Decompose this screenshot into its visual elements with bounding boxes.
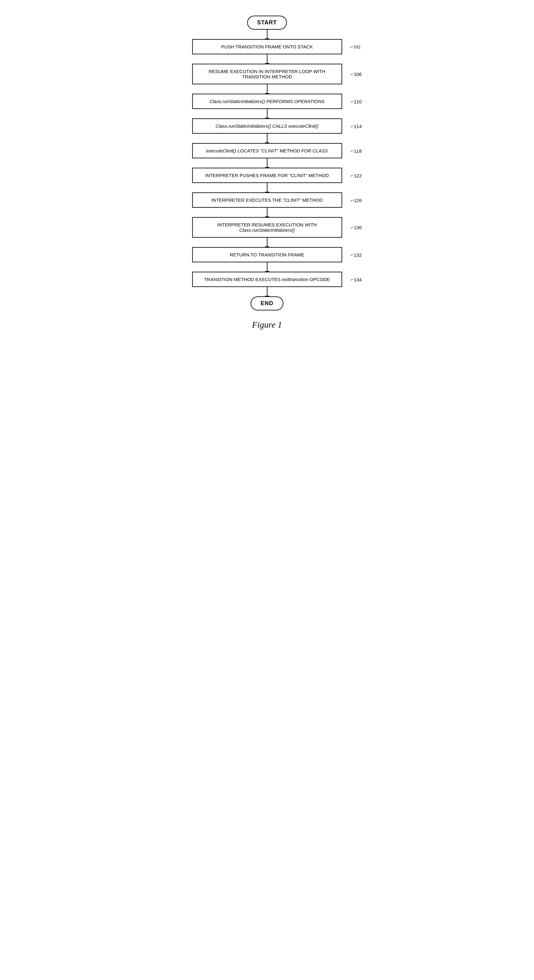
- flowchart-diagram: START PUSH TRANSITION FRAME ONTO STACK ⌐…: [158, 6, 376, 342]
- node-126-curve: ⌐: [351, 197, 354, 203]
- node-118-box: executeClinit() LOCATES "CLINIT" METHOD …: [192, 143, 342, 158]
- node-106-num: 106: [354, 72, 362, 77]
- arrow-9: [267, 238, 268, 247]
- node-122-curve: ⌐: [351, 172, 354, 179]
- arrow-10: [267, 262, 268, 272]
- arrow-1: [267, 30, 268, 39]
- node-126-row: INTERPRETER EXECUTES THE "CLINIT" METHOD…: [164, 192, 370, 208]
- arrow-4: [267, 109, 268, 118]
- start-row: START: [164, 16, 370, 30]
- node-134-text-italic: exittransition: [282, 277, 308, 282]
- node-102-num: 102: [353, 44, 360, 49]
- figure-caption: Figure 1: [252, 320, 282, 330]
- node-102-text: PUSH TRANSITION FRAME ONTO STACK: [221, 44, 313, 49]
- node-134-num: 134: [354, 277, 362, 282]
- node-102-curve: ⌐: [350, 43, 353, 50]
- node-106-curve: ⌐: [351, 71, 354, 78]
- node-110-curve: ⌐: [351, 98, 354, 105]
- node-118-num: 118: [354, 148, 362, 153]
- node-122-box: INTERPRETER PUSHES FRAME FOR "CLINIT" ME…: [192, 168, 342, 183]
- node-134-curve: ⌐: [351, 276, 354, 283]
- node-130-row: INTERPRETER RESUMES EXECUTION WITH Class…: [164, 217, 370, 238]
- node-114-curve: ⌐: [351, 123, 354, 129]
- node-132-curve: ⌐: [351, 251, 354, 258]
- node-106-box: RESUME EXECUTION IN INTERPRETER LOOP WIT…: [192, 64, 342, 84]
- arrow-2: [267, 54, 268, 64]
- node-110-box: Class.runStaticInitializers() PERFORMS O…: [192, 94, 342, 109]
- node-102-row: PUSH TRANSITION FRAME ONTO STACK ⌐ 102: [164, 39, 370, 54]
- node-106-row: RESUME EXECUTION IN INTERPRETER LOOP WIT…: [164, 64, 370, 84]
- arrow-11: [267, 287, 268, 296]
- node-134-box: TRANSITION METHOD EXECUTES exittransitio…: [192, 272, 342, 287]
- node-132-box: RETURN TO TRANSITION FRAME ⌐ 132: [192, 247, 342, 262]
- node-126-num: 126: [354, 197, 362, 203]
- node-110-text: Class.runStaticInitializers() PERFORMS O…: [209, 99, 324, 104]
- arrow-3: [267, 84, 268, 94]
- arrow-6: [267, 158, 268, 168]
- node-134-text-opcode: OPCODE: [308, 277, 330, 282]
- node-134-row: TRANSITION METHOD EXECUTES exittransitio…: [164, 272, 370, 287]
- node-130-num: 130: [354, 225, 362, 230]
- node-114-box: Class.runStaticInitializers() CALLS exec…: [192, 118, 342, 134]
- node-130-curve: ⌐: [351, 224, 354, 231]
- node-122-row: INTERPRETER PUSHES FRAME FOR "CLINIT" ME…: [164, 168, 370, 183]
- arrow-7: [267, 183, 268, 192]
- node-130-box: INTERPRETER RESUMES EXECUTION WITH Class…: [192, 217, 342, 238]
- arrow-8: [267, 208, 268, 217]
- node-102-box: PUSH TRANSITION FRAME ONTO STACK ⌐ 102: [192, 39, 342, 54]
- node-132-num: 132: [354, 252, 362, 257]
- node-132-row: RETURN TO TRANSITION FRAME ⌐ 132: [164, 247, 370, 262]
- node-126-text: INTERPRETER EXECUTES THE "CLINIT" METHOD: [211, 197, 322, 203]
- node-118-text: executeClinit() LOCATES "CLINIT" METHOD …: [206, 148, 328, 153]
- end-node: END: [250, 296, 284, 310]
- node-132-text: RETURN TO TRANSITION FRAME: [230, 252, 304, 257]
- node-118-curve: ⌐: [351, 147, 354, 154]
- node-126-box: INTERPRETER EXECUTES THE "CLINIT" METHOD…: [192, 192, 342, 208]
- node-134-text-main: TRANSITION METHOD EXECUTES: [204, 277, 282, 282]
- node-114-num: 114: [354, 123, 362, 129]
- node-122-num: 122: [354, 173, 362, 178]
- arrow-5: [267, 134, 268, 143]
- node-114-row: Class.runStaticInitializers() CALLS exec…: [164, 118, 370, 134]
- node-130-text-main: INTERPRETER RESUMES EXECUTION: [217, 222, 304, 228]
- node-118-row: executeClinit() LOCATES "CLINIT" METHOD …: [164, 143, 370, 158]
- node-114-text: Class.runStaticInitializers() CALLS exec…: [215, 123, 319, 129]
- end-row: END: [164, 296, 370, 310]
- node-110-num: 110: [354, 99, 362, 104]
- node-110-row: Class.runStaticInitializers() PERFORMS O…: [164, 94, 370, 109]
- start-node: START: [247, 16, 287, 30]
- node-122-text: INTERPRETER PUSHES FRAME FOR "CLINIT" ME…: [205, 173, 329, 178]
- node-106-text: RESUME EXECUTION IN INTERPRETER LOOP WIT…: [209, 69, 325, 80]
